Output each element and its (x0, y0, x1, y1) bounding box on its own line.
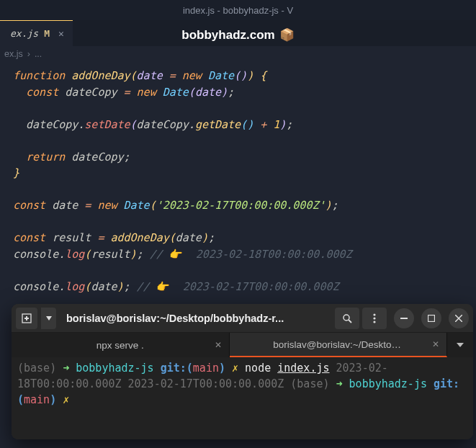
svg-line-4 (349, 320, 351, 323)
chevron-right-icon: › (27, 49, 30, 59)
svg-point-3 (343, 315, 349, 321)
new-tab-dropdown[interactable] (40, 308, 56, 329)
keyword-function: function (13, 69, 65, 82)
new-tab-button[interactable] (16, 308, 37, 329)
minimize-button[interactable] (394, 308, 414, 328)
tab-modified-indicator: M (44, 28, 50, 39)
svg-rect-2 (26, 316, 27, 321)
close-icon[interactable]: ✕ (55, 27, 67, 40)
search-button[interactable] (335, 308, 359, 329)
terminal-title: borislav@borislav:~/Desktop/bobbyhadz-r.… (59, 313, 332, 324)
terminal-tab-row: npx serve . ✕ borislav@borislav:~/Deskto… (12, 333, 473, 357)
prompt-arrow-icon: ➜ (63, 362, 69, 375)
svg-rect-8 (400, 318, 408, 319)
breadcrumb-more: ... (35, 49, 42, 59)
terminal-tab-label: borislav@borislav:~/Desktop/b... (273, 339, 403, 350)
git-dirty-icon: ✗ (63, 393, 69, 406)
svg-point-5 (373, 313, 375, 315)
terminal-output-line: 2023-02-17T00:00:00.000Z (128, 377, 284, 390)
terminal-tab-label: npx serve . (96, 340, 144, 351)
close-icon[interactable]: ✕ (432, 339, 439, 349)
pointing-right-icon: 👉 (156, 280, 170, 293)
svg-rect-9 (428, 315, 435, 321)
prompt-arrow-icon: ➜ (336, 377, 343, 390)
terminal-tab-2[interactable]: borislav@borislav:~/Desktop/b... ✕ (230, 333, 448, 357)
function-name: addOneDay (71, 69, 130, 82)
menu-button[interactable] (362, 308, 387, 329)
breadcrumb[interactable]: ex.js › ... (0, 46, 476, 62)
editor-tab-row: ex.js M ✕ (0, 20, 476, 46)
code-editor[interactable]: function addOneDay(date = new Date()) { … (0, 62, 476, 295)
terminal-tab-dropdown[interactable] (447, 333, 473, 357)
maximize-icon (428, 315, 435, 322)
search-icon (342, 313, 352, 323)
svg-point-6 (373, 317, 375, 319)
minimize-icon (400, 318, 408, 319)
window-title-bar: index.js - bobbyhadz-js - V (0, 0, 476, 20)
git-dirty-icon: ✗ (232, 362, 238, 375)
kebab-menu-icon (373, 313, 376, 323)
window-title: index.js - bobbyhadz-js - V (183, 5, 293, 16)
pointing-right-icon: 👉 (169, 248, 183, 261)
close-icon (455, 315, 462, 322)
breadcrumb-file: ex.js (4, 49, 23, 59)
terminal-tab-1[interactable]: npx serve . ✕ (12, 333, 230, 357)
tab-file-name: ex.js (10, 28, 38, 39)
svg-point-7 (373, 321, 375, 323)
editor-tab[interactable]: ex.js M ✕ (0, 20, 73, 46)
maximize-button[interactable] (421, 308, 441, 328)
chevron-down-icon (457, 343, 464, 347)
terminal-title-bar: borislav@borislav:~/Desktop/bobbyhadz-r.… (12, 304, 473, 333)
terminal-body[interactable]: (base) ➜ bobbyhadz-js git:(main) ✗ node … (12, 357, 473, 439)
close-icon[interactable]: ✕ (215, 340, 222, 350)
close-button[interactable] (449, 308, 469, 328)
terminal-window: borislav@borislav:~/Desktop/bobbyhadz-r.… (12, 304, 473, 439)
